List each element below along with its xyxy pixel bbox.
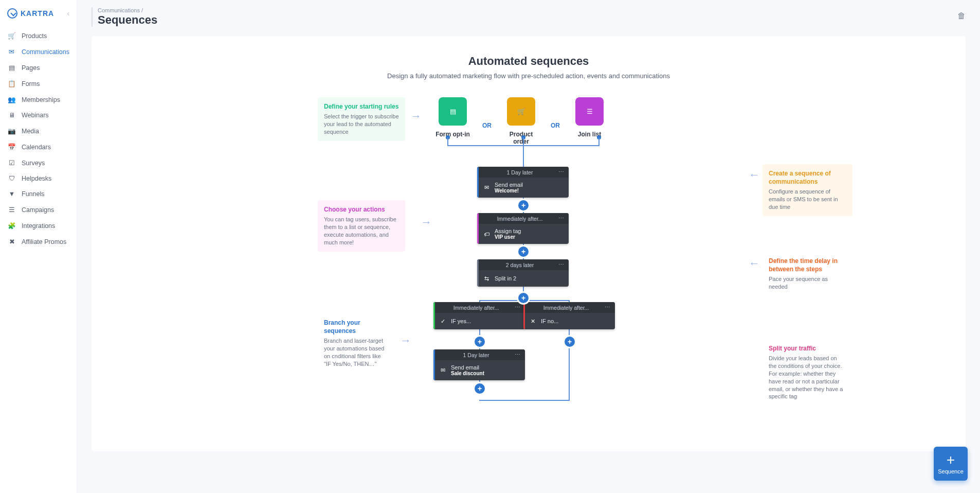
cart-icon: 🛒 bbox=[7, 32, 16, 40]
step-more-icon[interactable]: ⋯ bbox=[558, 169, 565, 175]
callout-starting-rules: Define your starting rules Select the tr… bbox=[318, 97, 405, 141]
calendar-icon: 📅 bbox=[7, 143, 16, 151]
step-time: Immediately after... bbox=[528, 305, 605, 311]
callout-title: Create a sequence of communications bbox=[769, 169, 846, 186]
cart-icon: 🛒 bbox=[517, 108, 525, 115]
step-more-icon[interactable]: ⋯ bbox=[515, 304, 521, 311]
new-sequence-button[interactable]: + Sequence bbox=[934, 447, 968, 481]
sidebar-item-media[interactable]: 📷Media bbox=[0, 123, 77, 139]
add-step-button[interactable]: + bbox=[518, 200, 529, 210]
callout-body: Configure a sequence of emails or SMS to… bbox=[769, 188, 846, 211]
sidebar-item-webinars[interactable]: 🖥Webinars bbox=[0, 108, 77, 123]
sidebar-item-funnels[interactable]: ▼Funnels bbox=[0, 186, 77, 202]
sidebar-item-label: Integrations bbox=[22, 222, 55, 230]
sidebar-item-memberships[interactable]: 👥Memberships bbox=[0, 92, 77, 108]
sidebar-item-label: Products bbox=[22, 32, 47, 40]
or-separator: OR bbox=[482, 122, 492, 129]
step-action: Assign tag bbox=[495, 228, 521, 234]
add-step-button[interactable]: + bbox=[518, 293, 529, 303]
sidebar-item-label: Forms bbox=[22, 80, 40, 87]
step-more-icon[interactable]: ⋯ bbox=[558, 215, 565, 222]
sidebar-item-calendars[interactable]: 📅Calendars bbox=[0, 139, 77, 155]
or-separator: OR bbox=[551, 122, 560, 129]
sidebar-item-integrations[interactable]: 🧩Integrations bbox=[0, 218, 77, 234]
sidebar-item-products[interactable]: 🛒Products bbox=[0, 28, 77, 44]
nav-list: 🛒Products ✉Communications ▤Pages 📋Forms … bbox=[0, 28, 77, 250]
sequence-diagram: Define your starting rules Select the tr… bbox=[318, 97, 739, 427]
sidebar-item-label: Webinars bbox=[22, 112, 49, 119]
add-step-button[interactable]: + bbox=[475, 337, 485, 347]
sidebar-item-affiliate-promos[interactable]: ✖Affiliate Promos bbox=[0, 234, 77, 250]
trigger-form-optin[interactable]: ▤ Form opt-in bbox=[433, 97, 472, 138]
sidebar-item-pages[interactable]: ▤Pages bbox=[0, 60, 77, 76]
arrow-right-icon: → bbox=[410, 110, 422, 123]
step-if-yes[interactable]: Immediately after...⋯ ✓IF yes... bbox=[433, 302, 525, 329]
connector-lines bbox=[433, 134, 613, 155]
sidebar-item-surveys[interactable]: ☑Surveys bbox=[0, 155, 77, 171]
clipboard-icon: 📋 bbox=[7, 80, 16, 87]
funnel-icon: ▼ bbox=[7, 190, 16, 198]
callout-time-delay: Define the time delay in between the ste… bbox=[763, 252, 852, 296]
sidebar-item-forms[interactable]: 📋Forms bbox=[0, 76, 77, 92]
step-send-email-welcome[interactable]: 1 Day later⋯ ✉Send emailWelcome! bbox=[477, 167, 569, 198]
lifebuoy-icon: 🛡 bbox=[7, 175, 16, 182]
sidebar-item-label: Helpdesks bbox=[22, 175, 51, 182]
topbar: Communications / Sequences 🗑 bbox=[77, 0, 980, 27]
logo-mark-icon bbox=[7, 8, 17, 19]
delete-button[interactable]: 🗑 bbox=[957, 7, 966, 21]
trigger-join-list[interactable]: ☰ Join list bbox=[570, 97, 609, 138]
badge-icon: ✖ bbox=[7, 238, 16, 245]
step-more-icon[interactable]: ⋯ bbox=[605, 304, 611, 311]
connector-line bbox=[479, 400, 570, 401]
step-assign-tag[interactable]: Immediately after...⋯ 🏷Assign tagVIP use… bbox=[477, 213, 569, 244]
sidebar-item-label: Funnels bbox=[22, 190, 44, 198]
step-action: Send email bbox=[495, 182, 523, 188]
step-action: Send email bbox=[451, 364, 484, 371]
screen-icon: 🖥 bbox=[7, 112, 16, 119]
step-detail: VIP user bbox=[495, 234, 521, 240]
callout-title: Define your starting rules bbox=[324, 102, 399, 111]
brand-name: KARTRA bbox=[21, 9, 54, 17]
collapse-sidebar-icon[interactable]: ‹ bbox=[67, 9, 69, 17]
step-send-email-sale[interactable]: 1 Day later⋯ ✉Send emailSale discount bbox=[433, 349, 525, 380]
step-more-icon[interactable]: ⋯ bbox=[558, 261, 565, 268]
add-step-button[interactable]: + bbox=[565, 337, 575, 347]
check-square-icon: ☑ bbox=[7, 159, 16, 167]
sidebar-item-campaigns[interactable]: ☰Campaigns bbox=[0, 202, 77, 218]
content-canvas: Automated sequences Design a fully autom… bbox=[92, 36, 966, 451]
sidebar-item-label: Surveys bbox=[22, 160, 45, 167]
mail-open-icon: ✉ bbox=[7, 48, 16, 56]
arrow-left-icon: ← bbox=[749, 168, 760, 182]
sidebar-item-label: Media bbox=[22, 128, 39, 135]
callout-title: Choose your actions bbox=[324, 205, 399, 214]
sidebar-item-communications[interactable]: ✉Communications bbox=[0, 44, 77, 60]
callout-split-traffic: Split your traffic Divide your leads bas… bbox=[763, 339, 852, 406]
sidebar-item-helpdesks[interactable]: 🛡Helpdesks bbox=[0, 171, 77, 186]
arrow-right-icon: → bbox=[400, 334, 411, 347]
callout-body: Branch and laser-target your automations… bbox=[324, 337, 389, 367]
sidebar-item-label: Memberships bbox=[22, 96, 60, 103]
add-step-button[interactable]: + bbox=[475, 383, 485, 394]
step-time: 1 Day later bbox=[481, 169, 558, 175]
plus-icon: + bbox=[947, 453, 955, 467]
callout-choose-actions: Choose your actions You can tag users, s… bbox=[318, 200, 405, 252]
sidebar-item-label: Communications bbox=[22, 48, 69, 56]
split-icon: ⇆ bbox=[482, 274, 491, 283]
step-detail: Sale discount bbox=[451, 371, 484, 376]
callout-create-sequence: Create a sequence of communications Conf… bbox=[763, 164, 852, 216]
callout-body: Divide your leads based on the condition… bbox=[769, 355, 846, 400]
add-step-button[interactable]: + bbox=[518, 246, 529, 257]
image-icon: 📷 bbox=[7, 127, 16, 135]
x-icon: ✕ bbox=[529, 317, 537, 325]
people-icon: 👥 bbox=[7, 96, 16, 103]
tag-icon: 🏷 bbox=[482, 230, 491, 238]
step-more-icon[interactable]: ⋯ bbox=[515, 351, 521, 358]
step-action: IF yes... bbox=[451, 318, 471, 324]
step-split[interactable]: 2 days later⋯ ⇆Split in 2 bbox=[477, 259, 569, 287]
callout-body: Pace your sequence as needed bbox=[769, 275, 846, 291]
page-title: Sequences bbox=[98, 13, 157, 27]
sitemap-icon: ☰ bbox=[7, 206, 16, 214]
logo: KARTRA ‹ bbox=[0, 6, 77, 28]
step-if-no[interactable]: Immediately after...⋯ ✕IF no... bbox=[523, 302, 615, 329]
callout-body: You can tag users, subscribe them to a l… bbox=[324, 216, 399, 246]
